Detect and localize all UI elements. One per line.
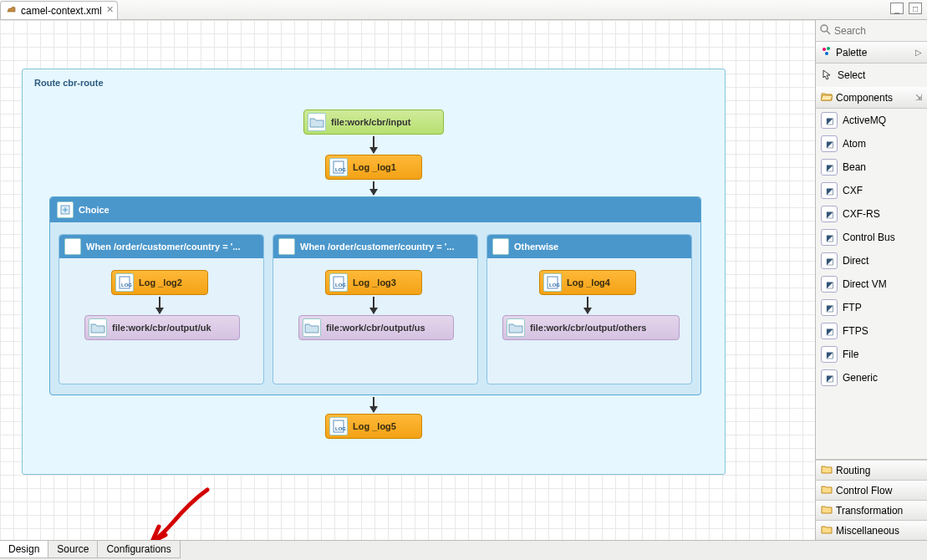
choice-icon	[57, 201, 74, 218]
node-label: file:work/cbr/output/uk	[112, 323, 211, 333]
branch-header: When /order/customer/country = '...	[273, 235, 477, 258]
branch-when-2[interactable]: When /order/customer/country = '... LOG …	[272, 234, 478, 384]
palette-header[interactable]: Palette ▷	[816, 42, 927, 64]
node-out-uk[interactable]: file:work/cbr/output/uk	[84, 315, 240, 340]
palette-category-transformation[interactable]: Transformation	[816, 500, 927, 520]
palette-item-direct-vm[interactable]: ◩Direct VM	[816, 272, 927, 296]
log-icon: LOG	[329, 158, 348, 176]
palette-item-direct[interactable]: ◩Direct	[816, 249, 927, 272]
palette-components-list[interactable]: ◩ActiveMQ◩Atom◩Bean◩CXF◩CXF-RS◩Control B…	[816, 109, 927, 460]
component-icon: ◩	[821, 229, 838, 246]
route-container[interactable]: Route cbr-route file:work/cbr/input LOG …	[22, 69, 726, 475]
component-label: Generic	[843, 372, 878, 384]
node-label: file:work/cbr/input	[331, 117, 410, 127]
category-label: Routing	[836, 465, 870, 476]
palette-header-label: Palette	[836, 47, 867, 59]
component-icon: ◩	[821, 112, 838, 129]
component-icon: ◩	[821, 252, 838, 269]
arrow	[373, 181, 374, 195]
svg-point-13	[823, 48, 826, 51]
component-label: File	[843, 349, 858, 360]
node-label: Log _log1	[353, 162, 396, 172]
svg-text:LOG: LOG	[121, 283, 132, 288]
choice-container[interactable]: Choice When /order/customer/country = '.…	[49, 196, 701, 395]
branch-otherwise[interactable]: Otherwise LOG Log _log4 file:work/cbr/ou…	[486, 234, 692, 384]
palette-item-ftp[interactable]: ◩FTP	[816, 296, 927, 319]
minimize-button[interactable]: ‗	[890, 3, 904, 14]
category-label: Control Flow	[836, 485, 892, 496]
category-label: Transformation	[836, 505, 903, 517]
palette-item-file[interactable]: ◩File	[816, 343, 927, 366]
folder-icon	[507, 318, 525, 337]
palette-item-activemq[interactable]: ◩ActiveMQ	[816, 109, 927, 132]
node-label: file:work/cbr/output/others	[530, 323, 646, 333]
branch-header: Otherwise	[487, 235, 691, 258]
palette-category-routing[interactable]: Routing	[816, 460, 927, 480]
node-label: Log _log5	[353, 421, 396, 431]
cursor-icon	[821, 69, 833, 83]
node-file-input[interactable]: file:work/cbr/input	[303, 109, 444, 135]
component-icon: ◩	[821, 346, 838, 363]
tab-source[interactable]: Source	[48, 541, 98, 558]
component-label: FTPS	[843, 325, 868, 337]
node-out-others[interactable]: file:work/cbr/output/others	[502, 315, 680, 340]
svg-point-14	[827, 47, 830, 50]
component-label: Direct	[843, 255, 868, 267]
node-label: Log _log3	[353, 277, 396, 288]
arrow	[373, 297, 374, 313]
editor-tab-camel-context[interactable]: camel-context.xml ✕	[0, 1, 118, 19]
branch-title: Otherwise	[514, 242, 558, 252]
node-log3[interactable]: LOG Log _log3	[325, 270, 422, 295]
route-title: Route cbr-route	[23, 69, 725, 96]
palette-item-ftps[interactable]: ◩FTPS	[816, 319, 927, 343]
palette-select-tool[interactable]: Select	[816, 64, 927, 87]
palette-item-generic[interactable]: ◩Generic	[816, 366, 927, 389]
folder-icon	[821, 464, 833, 476]
component-icon: ◩	[821, 299, 838, 316]
palette-category-miscellaneous[interactable]: Miscellaneous	[816, 520, 927, 540]
branch-title: When /order/customer/country = '...	[86, 242, 240, 252]
palette-item-atom[interactable]: ◩Atom	[816, 132, 927, 155]
node-log1[interactable]: LOG Log _log1	[325, 155, 422, 180]
window-controls: ‗ □	[890, 3, 922, 14]
close-icon[interactable]: ✕	[106, 4, 114, 15]
arrow	[159, 297, 160, 313]
svg-line-12	[827, 31, 830, 34]
palette-components-header[interactable]: Components ⇲	[816, 87, 927, 109]
svg-text:LOG: LOG	[335, 426, 346, 431]
design-canvas[interactable]: Route cbr-route file:work/cbr/input LOG …	[0, 20, 815, 540]
search-input[interactable]	[834, 25, 927, 37]
palette-item-control-bus[interactable]: ◩Control Bus	[816, 226, 927, 249]
branch-when-1[interactable]: When /order/customer/country = '... LOG …	[59, 234, 264, 384]
select-label: Select	[838, 69, 865, 81]
node-label: file:work/cbr/output/us	[326, 323, 425, 333]
folder-icon	[89, 318, 107, 337]
palette-category-control-flow[interactable]: Control Flow	[816, 480, 927, 500]
svg-text:LOG: LOG	[335, 283, 346, 288]
editor-tabbar: camel-context.xml ✕ ‗ □	[0, 0, 927, 20]
component-icon: ◩	[821, 276, 838, 293]
palette-item-bean[interactable]: ◩Bean	[816, 155, 927, 179]
component-icon: ◩	[821, 323, 838, 339]
component-icon: ◩	[821, 182, 838, 199]
tab-configurations[interactable]: Configurations	[97, 541, 180, 558]
folder-icon	[303, 318, 321, 337]
palette-search[interactable]: ⊘	[816, 20, 927, 42]
components-label: Components	[836, 92, 893, 104]
palette-item-cxf[interactable]: ◩CXF	[816, 179, 927, 202]
folder-icon	[821, 504, 833, 517]
tab-design[interactable]: Design	[0, 541, 48, 558]
svg-point-15	[825, 52, 828, 55]
log-icon: LOG	[329, 417, 348, 435]
log-icon: LOG	[329, 273, 348, 292]
node-out-us[interactable]: file:work/cbr/output/us	[298, 315, 454, 340]
component-label: CXF	[843, 185, 863, 196]
palette-icon	[821, 45, 833, 59]
otherwise-icon	[492, 238, 509, 255]
arrow	[587, 297, 588, 313]
maximize-button[interactable]: □	[909, 3, 922, 14]
palette-item-cxf-rs[interactable]: ◩CXF-RS	[816, 202, 927, 226]
node-log4[interactable]: LOG Log _log4	[539, 270, 636, 295]
node-log5[interactable]: LOG Log _log5	[325, 414, 422, 439]
node-log2[interactable]: LOG Log _log2	[111, 270, 208, 295]
